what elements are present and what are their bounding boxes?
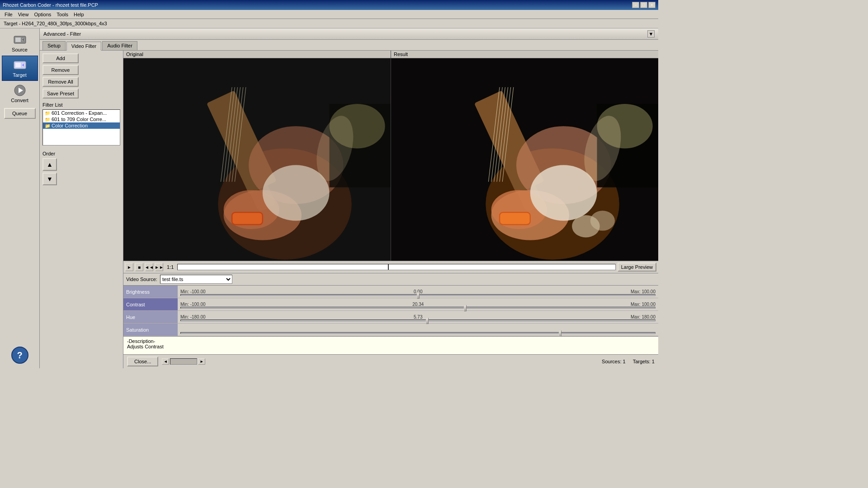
targets-count: Targets: 1 (633, 359, 655, 364)
timeline-cursor (388, 264, 389, 270)
advanced-filter-header: Advanced - Filter ▼ (40, 28, 658, 40)
tab-setup[interactable]: Setup (42, 41, 66, 50)
close-button[interactable]: Close... (127, 357, 158, 366)
tab-video-filter[interactable]: Video Filter (66, 42, 101, 51)
sidebar-item-target[interactable]: Target (2, 56, 38, 81)
contrast-track[interactable] (180, 307, 656, 309)
menu-file[interactable]: File (2, 11, 15, 18)
hue-row: Hue Min: -180.00 5.73 Max: 180.00 (123, 311, 658, 324)
queue-button[interactable]: Queue (4, 108, 36, 119)
contrast-values: Min: -100.00 20.34 Max: 100.00 (178, 302, 658, 307)
collapse-button[interactable]: ▼ (647, 30, 655, 38)
hue-min: Min: -180.00 (180, 314, 206, 319)
filter-item[interactable]: 📁 601 Correction - Expan... (43, 110, 120, 116)
scroll-track[interactable] (170, 358, 197, 365)
description-text: Adjusts Contrast (127, 344, 655, 349)
app-title: Rhozet Carbon Coder - rhozet test file.P… (3, 2, 98, 8)
play-button[interactable]: ► (125, 263, 133, 271)
order-down-button[interactable]: ▼ (42, 173, 57, 185)
hue-value: 5.73 (414, 314, 422, 319)
source-label: Source (12, 47, 28, 52)
brightness-row: Brightness Min: -100.00 0.00 Max: 100.00 (123, 286, 658, 298)
preview-panels: Original (123, 51, 658, 261)
filter-list: 📁 601 Correction - Expan... 📁 601 to 709… (42, 109, 120, 145)
original-preview-image (123, 58, 391, 261)
menu-options[interactable]: Options (31, 11, 54, 18)
brightness-label: Brightness (123, 286, 178, 298)
contrast-label: Contrast (123, 298, 178, 310)
add-filter-button[interactable]: Add (42, 53, 79, 63)
remove-all-button[interactable]: Remove All (42, 77, 79, 87)
ratio-label: 1:1 (165, 264, 175, 270)
menu-view[interactable]: View (15, 11, 32, 18)
advanced-filter-title: Advanced - Filter (43, 31, 81, 37)
stop-button[interactable]: ■ (135, 263, 143, 271)
description-title: -Description- (127, 338, 655, 344)
brightness-track[interactable] (180, 294, 656, 296)
contrast-thumb[interactable] (464, 305, 467, 311)
title-bar: Rhozet Carbon Coder - rhozet test file.P… (0, 0, 658, 10)
svg-rect-5 (15, 63, 21, 67)
help-button[interactable]: ? (11, 347, 28, 364)
playback-bar: ► ■ ◄◄ ►► 1:1 Large Preview (123, 261, 658, 273)
sidebar-item-source[interactable]: Source (2, 30, 38, 56)
target-label: Target (13, 72, 27, 78)
convert-label: Convert (11, 98, 28, 103)
source-icon (13, 33, 27, 46)
menu-bar: File View Options Tools Help (0, 10, 658, 19)
scroll-left-button[interactable]: ◄ (162, 358, 169, 365)
order-up-button[interactable]: ▲ (42, 158, 57, 171)
hue-track[interactable] (180, 319, 656, 321)
prev-frame-button[interactable]: ◄◄ (145, 263, 153, 271)
target-icon (13, 59, 27, 71)
large-preview-button[interactable]: Large Preview (618, 263, 656, 272)
result-label: Result (391, 51, 658, 58)
contrast-max: Max: 100.00 (631, 302, 656, 307)
tab-bar: Setup Video Filter Audio Filter (40, 40, 658, 51)
result-panel: Result (391, 51, 658, 261)
horizontal-scrollbar: ◄ ► (162, 358, 205, 365)
sidebar: Source Target Convert (0, 28, 40, 368)
source-bar: Video Source: test file.ts (123, 273, 658, 285)
contrast-min: Min: -100.00 (180, 302, 206, 307)
saturation-row: Saturation (123, 324, 658, 336)
saturation-slider-inner (178, 324, 658, 336)
original-panel: Original (123, 51, 391, 261)
saturation-track[interactable] (180, 332, 656, 334)
svg-rect-22 (232, 212, 263, 225)
hue-label: Hue (123, 311, 178, 323)
filter-list-label: Filter List (42, 102, 120, 108)
order-label: Order (42, 151, 120, 156)
preview-area: Original (123, 51, 658, 368)
main-layout: Source Target Convert (0, 28, 658, 368)
hue-max: Max: 180.00 (631, 314, 656, 319)
target-label: Target - H264_720_480i_30fps_3000kbps_4x… (4, 21, 107, 26)
sources-count: Sources: 1 (602, 359, 626, 364)
brightness-thumb[interactable] (417, 292, 420, 299)
filter-content: Add Remove Remove All Save Preset Filter… (40, 51, 658, 368)
hue-thumb[interactable] (426, 318, 429, 324)
menu-tools[interactable]: Tools (54, 11, 71, 18)
scroll-right-button[interactable]: ► (198, 358, 205, 365)
save-preset-button[interactable]: Save Preset (42, 89, 79, 99)
video-source-select[interactable]: test file.ts (160, 275, 232, 284)
maximize-button[interactable]: □ (640, 2, 647, 8)
timeline[interactable] (177, 264, 615, 270)
sidebar-item-convert[interactable]: Convert (2, 81, 38, 106)
order-section: Order ▲ ▼ (42, 151, 120, 185)
svg-rect-1 (15, 38, 21, 42)
svg-point-49 (590, 211, 615, 230)
contrast-slider-inner: Min: -100.00 20.34 Max: 100.00 (178, 298, 658, 310)
remove-filter-button[interactable]: Remove (42, 65, 79, 75)
menu-help[interactable]: Help (71, 11, 87, 18)
filter-item[interactable]: 📁 601 to 709 Color Corre... (43, 116, 120, 122)
contrast-value: 20.34 (412, 302, 424, 307)
next-frame-button[interactable]: ►► (155, 263, 163, 271)
filter-item-selected[interactable]: 📁 Color Correction (43, 122, 120, 129)
brightness-slider-inner: Min: -100.00 0.00 Max: 100.00 (178, 286, 658, 298)
tab-audio-filter[interactable]: Audio Filter (102, 41, 137, 50)
close-button[interactable]: × (648, 2, 656, 8)
minimize-button[interactable]: − (632, 2, 639, 8)
saturation-thumb[interactable] (559, 330, 561, 336)
brightness-min: Min: -100.00 (180, 289, 206, 294)
